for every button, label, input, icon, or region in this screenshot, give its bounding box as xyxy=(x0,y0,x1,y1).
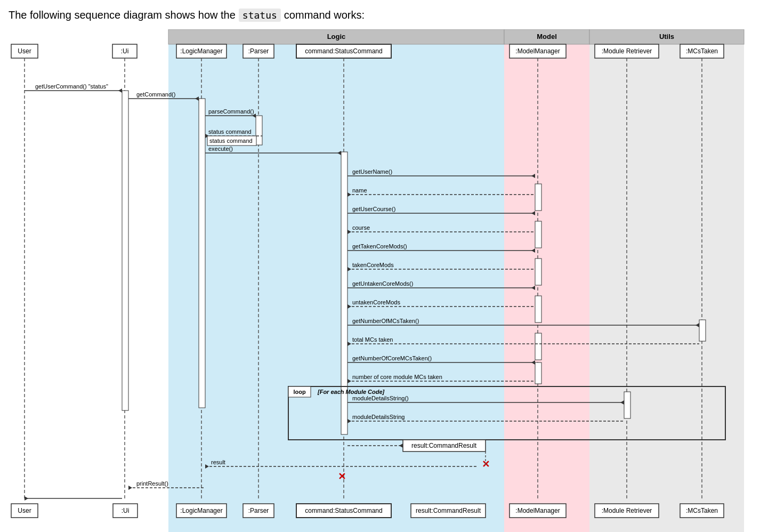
utils-header-label: Utils xyxy=(659,33,674,41)
activation-mcstaken-1 xyxy=(699,320,706,341)
statuscommand-top-label: command:StatusCommand xyxy=(305,47,382,55)
moduleretriever-top-label: :Module Retriever xyxy=(602,47,652,55)
label-getusercourse: getUserCourse() xyxy=(352,206,395,212)
arrowhead-printresult xyxy=(128,486,132,490)
logic-region xyxy=(168,29,504,532)
modelmanager-bottom-label: :ModelManager xyxy=(515,507,560,514)
activation-modelmanager-2 xyxy=(535,221,541,248)
label-result: result xyxy=(211,459,225,465)
label-moduledetailsstring: moduleDetailsString() xyxy=(352,395,409,401)
modelmanager-top-label: :ModelManager xyxy=(515,47,560,55)
sequence-diagram: Logic Model Utils User :Ui :LogicManager… xyxy=(9,29,749,532)
label-course: course xyxy=(352,224,370,231)
moduleretriever-bottom-label: :Module Retriever xyxy=(602,507,652,514)
logicmanager-bottom-label: :LogicManager xyxy=(180,507,222,514)
activation-modelmanager-4 xyxy=(535,296,541,323)
label-getnumberofmcstaken: getNumberOfMCsTaken() xyxy=(352,318,419,324)
parser-bottom-label: :Parser xyxy=(248,507,269,514)
logicmanager-top-label: :LogicManager xyxy=(180,47,222,55)
result-commandresult-label: result:CommandResult xyxy=(411,442,477,449)
label-untakencoremod: untakenCoreMods xyxy=(352,299,400,305)
utils-region xyxy=(589,29,744,532)
activation-modelmanager-6 xyxy=(535,362,541,384)
label-name: name xyxy=(352,187,367,194)
diagram-svg: Logic Model Utils User :Ui :LogicManager… xyxy=(9,29,749,532)
label-getnumberofcoremcstaken: getNumberOfCoreMCsTaken() xyxy=(352,355,432,361)
activation-ui xyxy=(122,91,128,410)
label-takencoremod: takenCoreMods xyxy=(352,262,394,268)
label-printresult: printResult() xyxy=(136,480,168,487)
label-getusercommand: getUserCommand() "status" xyxy=(35,83,108,90)
user-bottom-label: User xyxy=(18,507,31,514)
user-top-label: User xyxy=(18,47,31,55)
title-prefix: The following sequence diagram shows how… xyxy=(9,9,236,21)
mcstaken-bottom-label: :MCsTaken xyxy=(686,507,718,514)
result-bottom-label: result:CommandResult xyxy=(416,507,481,514)
activation-modelmanager-5 xyxy=(535,333,541,360)
model-region xyxy=(504,29,589,532)
label-statuscommand-box: status command xyxy=(209,138,253,144)
activation-parser xyxy=(256,116,262,145)
ui-bottom-label: :Ui xyxy=(122,507,130,514)
arrowhead-getusercommand xyxy=(118,88,122,93)
label-execute: execute() xyxy=(208,146,233,152)
label-statuscommand-return: status command xyxy=(208,128,252,135)
label-totalmcstaken: total MCs taken xyxy=(352,336,393,343)
model-header-label: Model xyxy=(537,33,557,41)
loop-condition-text: [For each Module Code] xyxy=(317,389,385,395)
title-suffix: command works: xyxy=(284,9,365,21)
loop-label-text: loop xyxy=(293,389,305,395)
parser-top-label: :Parser xyxy=(248,47,269,55)
logic-header-label: Logic xyxy=(327,33,346,41)
label-getuntakencoremod: getUntakenCoreMods() xyxy=(352,280,413,287)
label-getcommand: getCommand() xyxy=(136,91,175,98)
ui-top-label: :Ui xyxy=(121,47,129,55)
statuscommand-bottom-label: command:StatusCommand xyxy=(305,507,382,514)
page-title: The following sequence diagram shows how… xyxy=(9,9,751,22)
label-parsecommand: parseCommand() xyxy=(208,108,254,115)
label-getusername: getUserName() xyxy=(352,168,392,175)
activation-modelmanager-1 xyxy=(535,184,541,211)
mcstaken-top-label: :MCsTaken xyxy=(686,47,718,55)
activation-modelmanager-3 xyxy=(535,259,541,285)
label-moduledetailsstring-return: moduleDetailsString xyxy=(352,414,405,420)
label-gettakencoremod: getTakenCoreMods() xyxy=(352,243,407,249)
title-code: status xyxy=(239,9,281,22)
label-coremcstaken: number of core module MCs taken xyxy=(352,374,442,380)
x-mark-statuscommand: ✕ xyxy=(338,471,346,482)
activation-logicmanager xyxy=(199,99,205,408)
arrowhead-final xyxy=(25,496,28,501)
